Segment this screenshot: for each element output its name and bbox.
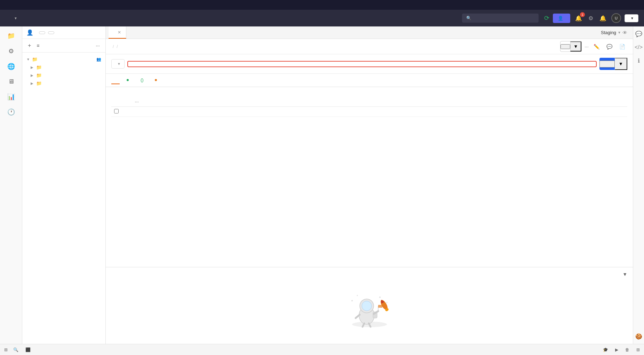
method-selector[interactable]: ▼ <box>111 59 125 69</box>
th-value <box>312 97 493 107</box>
edit-icon[interactable]: ✏️ <box>591 42 602 51</box>
environment-selector[interactable]: Staging▼👁 <box>601 30 630 36</box>
environment-eye-icon[interactable]: 👁 <box>622 30 627 36</box>
sidebar-item-mock-servers[interactable]: 🖥 <box>1 75 21 89</box>
nav-workspaces[interactable]: ▼ <box>13 16 17 20</box>
grid-icon[interactable]: ⊞ <box>636 347 640 352</box>
bottom-right: 🎓 ▶ 🗑 ⊞ <box>603 347 640 352</box>
tab-settings[interactable] <box>182 77 190 84</box>
comment-icon[interactable]: 💬 <box>604 42 614 51</box>
right-info-icon[interactable]: ℹ <box>636 56 641 65</box>
astronaut-illustration <box>345 287 394 329</box>
active-tab[interactable]: ✕ <box>109 26 126 39</box>
app-body: 📁 ⚙ 🌐 🖥 📊 🕐 👤 <box>0 26 644 344</box>
search-bar[interactable]: 🔍 <box>462 14 539 23</box>
notification-badge: 1 <box>580 12 585 17</box>
right-code-icon[interactable]: </> <box>633 43 644 52</box>
collections-tree: ▼ 📁 👥 ▶ 📁 ▶ 📁 ▶ 📁 <box>22 53 105 344</box>
bell-icon[interactable]: 🔔 <box>598 14 608 23</box>
import-button[interactable] <box>48 31 54 34</box>
search-bottom-icon: 🔍 <box>13 347 18 352</box>
product-folder-icon: 📁 <box>36 81 42 86</box>
tab-params[interactable] <box>111 77 120 84</box>
headers-count: () <box>141 77 144 82</box>
bootcamp-button[interactable]: 🎓 <box>603 347 610 352</box>
mock-servers-icon: 🖥 <box>8 78 14 85</box>
layout-icon[interactable]: ⊞ <box>4 347 8 352</box>
sidebar-item-monitors[interactable]: 📊 <box>1 90 21 104</box>
upgrade-button[interactable]: ▼ <box>625 14 638 22</box>
runner-button[interactable]: ▶ <box>615 347 620 352</box>
environments-icon: 🌐 <box>7 63 15 70</box>
sidebar-icons: 📁 ⚙ 🌐 🖥 📊 🕐 <box>0 26 22 344</box>
integrador-icon: 📁 <box>32 57 38 62</box>
row-checkbox[interactable] <box>114 109 119 113</box>
authorization-status-dot <box>127 79 129 81</box>
tree-item-order[interactable]: ▶ 📁 <box>22 71 105 79</box>
find-replace-button[interactable]: 🔍 <box>13 347 20 352</box>
svg-point-15 <box>386 302 387 303</box>
sidebar-item-history[interactable]: 🕐 <box>1 105 21 119</box>
nav-items: ▼ <box>6 16 456 20</box>
svg-point-12 <box>351 300 353 301</box>
response-area: ▼ <box>106 267 633 344</box>
key-col-more[interactable]: ··· <box>135 99 139 104</box>
tree-item-logistic[interactable]: ▶ 📁 <box>22 63 105 71</box>
console-button[interactable]: ⬛ <box>25 347 32 352</box>
workspace-icon: 👤 <box>26 29 33 36</box>
save-main-button[interactable] <box>560 44 570 49</box>
request-tabs: () <box>106 74 633 87</box>
params-area: ··· <box>106 87 633 267</box>
tab-headers[interactable]: () <box>134 74 148 87</box>
breadcrumb-sep-0: / <box>113 44 114 49</box>
trash-button[interactable]: 🗑 <box>625 347 631 352</box>
tree-item-product[interactable]: ▶ 📁 <box>22 79 105 87</box>
tree-arrow-product: ▶ <box>31 81 35 85</box>
history-icon: 🕐 <box>7 108 15 116</box>
invite-button[interactable]: 👤 <box>553 14 570 23</box>
save-dropdown-button[interactable]: ▼ <box>570 41 581 52</box>
upgrade-chevron-icon: ▼ <box>630 16 634 20</box>
th-description <box>493 97 622 107</box>
tree-item-integrador[interactable]: ▼ 📁 👥 <box>22 55 105 63</box>
tree-arrow-logistic: ▶ <box>31 65 35 69</box>
sidebar-item-apis[interactable]: ⚙ <box>1 45 21 58</box>
trash-icon: 🗑 <box>625 347 629 352</box>
svg-line-6 <box>374 311 378 314</box>
table-row-empty <box>111 107 627 117</box>
new-button[interactable] <box>39 31 45 34</box>
console-icon: ⬛ <box>25 347 31 352</box>
svg-point-13 <box>357 295 358 296</box>
add-collection-icon[interactable]: + <box>26 42 32 49</box>
response-collapse-button[interactable]: ▼ <box>622 271 627 277</box>
tab-pre-request[interactable] <box>162 77 171 84</box>
tree-item-authenticate[interactable]: ▶ <box>22 87 105 94</box>
collections-icon: 📁 <box>7 32 15 40</box>
info-icon[interactable]: 📄 <box>617 42 627 51</box>
breadcrumb: / / <box>111 44 119 49</box>
svg-point-3 <box>362 301 372 311</box>
workspace-header: 👤 <box>22 26 105 39</box>
right-comment-icon[interactable]: 💬 <box>634 29 644 39</box>
url-input[interactable] <box>127 61 597 67</box>
settings-icon[interactable]: ⚙ <box>587 14 595 23</box>
tab-authorization[interactable] <box>121 76 133 85</box>
header-actions: ⟳ 👤 🔔 1 ⚙ 🔔 U ▼ <box>544 13 638 23</box>
tab-close-button[interactable]: ✕ <box>117 30 122 35</box>
sidebar-item-environments[interactable]: 🌐 <box>1 60 21 74</box>
save-more-icon: ··· <box>585 44 589 49</box>
method-chevron-icon: ▼ <box>117 62 121 66</box>
send-main-button[interactable] <box>599 61 615 68</box>
svg-rect-17 <box>378 305 382 308</box>
apis-icon: ⚙ <box>8 47 14 55</box>
send-dropdown-button[interactable]: ▼ <box>615 58 627 70</box>
tab-body[interactable] <box>149 76 161 85</box>
avatar[interactable]: U <box>611 13 621 23</box>
panel-more-icon[interactable]: ··· <box>94 42 101 49</box>
tab-tests[interactable] <box>172 77 181 84</box>
right-cookie-icon[interactable]: 🍪 <box>634 332 644 341</box>
breadcrumb-sep-1: / <box>117 44 118 49</box>
sort-icon[interactable]: ≡ <box>35 42 41 49</box>
panel-header: + ≡ ··· <box>22 39 105 53</box>
sidebar-item-collections[interactable]: 📁 <box>1 29 21 43</box>
